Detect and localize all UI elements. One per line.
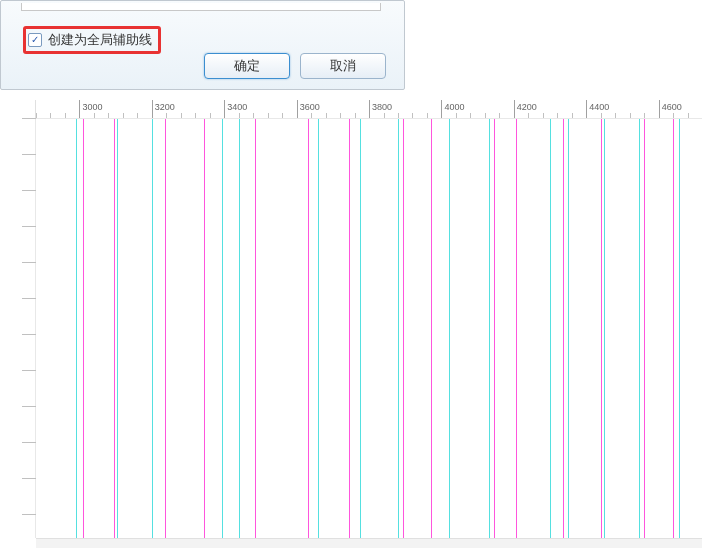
magenta-guide[interactable] xyxy=(494,119,495,538)
ruler-label: 3200 xyxy=(155,102,175,112)
cyan-guide[interactable] xyxy=(604,119,605,538)
magenta-guide[interactable] xyxy=(601,119,602,538)
vruler-tick xyxy=(22,118,36,119)
global-guide-label: 创建为全局辅助线 xyxy=(48,31,152,49)
cancel-button-label: 取消 xyxy=(330,57,356,75)
ruler-major-tick xyxy=(79,100,80,118)
magenta-guide[interactable] xyxy=(563,119,564,538)
ruler-label: 4000 xyxy=(444,102,464,112)
ruler-major-tick xyxy=(514,100,515,118)
magenta-guide[interactable] xyxy=(644,119,645,538)
vruler-tick xyxy=(22,514,36,515)
input-field-fragment[interactable] xyxy=(21,3,381,11)
ruler-track: 300032003400360038004000420044004600 xyxy=(36,100,702,118)
cyan-guide[interactable] xyxy=(318,119,319,538)
magenta-guide[interactable] xyxy=(308,119,309,538)
cyan-guide[interactable] xyxy=(398,119,399,538)
magenta-guide[interactable] xyxy=(204,119,205,538)
cyan-guide[interactable] xyxy=(76,119,77,538)
ruler-major-tick xyxy=(441,100,442,118)
ruler-major-tick xyxy=(659,100,660,118)
magenta-guide[interactable] xyxy=(403,119,404,538)
ruler-corner xyxy=(22,100,36,118)
ruler-major-tick xyxy=(152,100,153,118)
magenta-guide[interactable] xyxy=(255,119,256,538)
cyan-guide[interactable] xyxy=(449,119,450,538)
ruler-major-tick xyxy=(369,100,370,118)
dialog-panel: ✓ 创建为全局辅助线 确定 取消 xyxy=(0,0,405,90)
cyan-guide[interactable] xyxy=(679,119,680,538)
ruler-label: 3600 xyxy=(300,102,320,112)
vruler-tick xyxy=(22,370,36,371)
cyan-guide[interactable] xyxy=(152,119,153,538)
cyan-guide[interactable] xyxy=(489,119,490,538)
ruler-label: 3000 xyxy=(82,102,102,112)
ruler-label: 4400 xyxy=(589,102,609,112)
horizontal-ruler[interactable]: 300032003400360038004000420044004600 xyxy=(22,100,702,118)
cyan-guide[interactable] xyxy=(639,119,640,538)
cyan-guide[interactable] xyxy=(360,119,361,538)
ruler-label: 4600 xyxy=(662,102,682,112)
vruler-tick xyxy=(22,334,36,335)
ok-button[interactable]: 确定 xyxy=(204,53,290,79)
vruler-tick xyxy=(22,262,36,263)
ruler-major-tick xyxy=(297,100,298,118)
vertical-ruler[interactable] xyxy=(22,118,36,538)
vruler-tick xyxy=(22,478,36,479)
ruler-label: 3400 xyxy=(227,102,247,112)
cyan-guide[interactable] xyxy=(222,119,223,538)
cyan-guide[interactable] xyxy=(239,119,240,538)
ruler-major-tick xyxy=(586,100,587,118)
cancel-button[interactable]: 取消 xyxy=(300,53,386,79)
ruler-label: 4200 xyxy=(517,102,537,112)
magenta-guide[interactable] xyxy=(431,119,432,538)
vruler-tick xyxy=(22,298,36,299)
cyan-guide[interactable] xyxy=(550,119,551,538)
magenta-guide[interactable] xyxy=(349,119,350,538)
ruler-major-tick xyxy=(224,100,225,118)
vruler-tick xyxy=(22,190,36,191)
dialog-button-row: 确定 取消 xyxy=(204,53,386,79)
vruler-tick xyxy=(22,442,36,443)
magenta-guide[interactable] xyxy=(165,119,166,538)
ok-button-label: 确定 xyxy=(234,57,260,75)
cyan-guide[interactable] xyxy=(117,119,118,538)
canvas-area: 300032003400360038004000420044004600 xyxy=(22,100,702,548)
check-icon: ✓ xyxy=(31,35,39,45)
ruler-label: 3800 xyxy=(372,102,392,112)
highlight-box: ✓ 创建为全局辅助线 xyxy=(23,26,161,54)
magenta-guide[interactable] xyxy=(673,119,674,538)
magenta-guide[interactable] xyxy=(516,119,517,538)
cyan-guide[interactable] xyxy=(568,119,569,538)
magenta-guide[interactable] xyxy=(83,119,84,538)
vruler-tick xyxy=(22,154,36,155)
magenta-guide[interactable] xyxy=(114,119,115,538)
global-guide-checkbox[interactable]: ✓ xyxy=(28,33,42,47)
horizontal-scrollbar[interactable] xyxy=(36,538,702,548)
vruler-tick xyxy=(22,406,36,407)
vruler-tick xyxy=(22,226,36,227)
guide-viewport[interactable] xyxy=(36,118,702,538)
